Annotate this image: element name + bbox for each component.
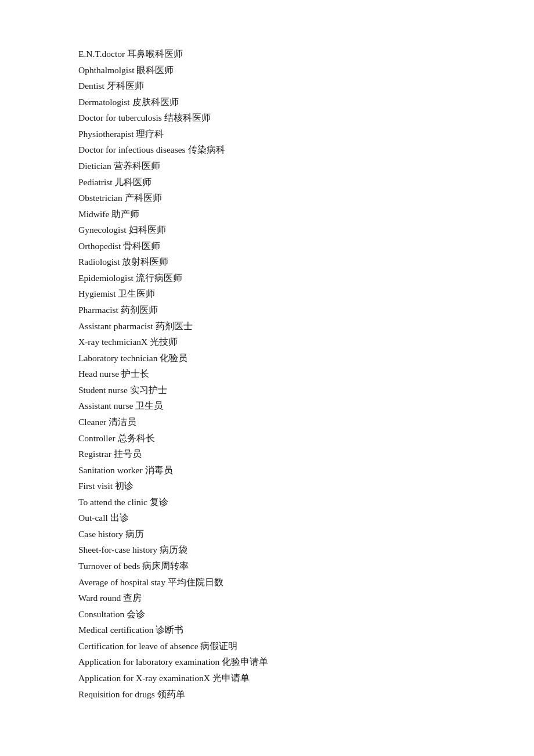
list-item: Dentist 牙科医师 <box>78 78 456 93</box>
list-item: Radiologist 放射科医师 <box>78 254 456 269</box>
list-item: Epidemiologist 流行病医师 <box>78 271 456 286</box>
list-item: Requisition for drugs 领药单 <box>78 687 456 702</box>
list-item: Orthopedist 骨科医师 <box>78 239 456 254</box>
list-item: Doctor for tuberculosis 结核科医师 <box>78 110 456 125</box>
list-item: Sheet-for-case history 病历袋 <box>78 542 456 557</box>
list-item: E.N.T.doctor 耳鼻喉科医师 <box>78 46 456 62</box>
list-item: Gynecologist 妇科医师 <box>78 222 456 237</box>
list-item: Student nurse 实习护士 <box>78 383 456 398</box>
list-item: Average of hospital stay 平均住院日数 <box>78 575 456 590</box>
list-item: Midwife 助产师 <box>78 207 456 222</box>
list-item: Pharmacist 药剂医师 <box>78 303 456 318</box>
list-item: Medical certification 诊断书 <box>78 622 456 638</box>
list-item: Application for laboratory examination 化… <box>78 654 456 669</box>
list-item: Application for X-ray examinationX 光申请单 <box>78 671 456 686</box>
list-item: Doctor for infectious diseases 传染病科 <box>78 142 456 157</box>
list-item: Certification for leave of absence 病假证明 <box>78 639 456 654</box>
list-item: Dietician 营养科医师 <box>78 159 456 174</box>
vocabulary-list: E.N.T.doctor 耳鼻喉科医师Ophthalmolgist 眼科医师De… <box>78 46 456 701</box>
list-item: Assistant pharmacist 药剂医士 <box>78 319 456 334</box>
list-item: Pediatrist 儿科医师 <box>78 175 456 190</box>
list-item: Dermatologist 皮肤科医师 <box>78 95 456 110</box>
list-item: Out-call 出诊 <box>78 510 456 525</box>
list-item: Head nurse 护士长 <box>78 366 456 381</box>
list-item: Registrar 挂号员 <box>78 447 456 462</box>
list-item: X-ray techmicianX 光技师 <box>78 334 456 350</box>
list-item: Cleaner 清洁员 <box>78 415 456 430</box>
list-item: Ward round 查房 <box>78 591 456 606</box>
list-item: Case history 病历 <box>78 527 456 542</box>
list-item: Ophthalmolgist 眼科医师 <box>78 63 456 78</box>
list-item: Laboratory technician 化验员 <box>78 351 456 366</box>
list-item: Controller 总务科长 <box>78 431 456 446</box>
list-item: Assistant nurse 卫生员 <box>78 398 456 413</box>
list-item: Consultation 会诊 <box>78 607 456 622</box>
list-item: Hygiemist 卫生医师 <box>78 286 456 301</box>
list-item: Turnover of beds 病床周转率 <box>78 559 456 574</box>
list-item: First visit 初诊 <box>78 478 456 494</box>
list-item: Obstetrician 产科医师 <box>78 190 456 206</box>
list-item: To attend the clinic 复诊 <box>78 495 456 510</box>
list-item: Physiotherapist 理疗科 <box>78 127 456 142</box>
list-item: Sanitation worker 消毒员 <box>78 463 456 478</box>
